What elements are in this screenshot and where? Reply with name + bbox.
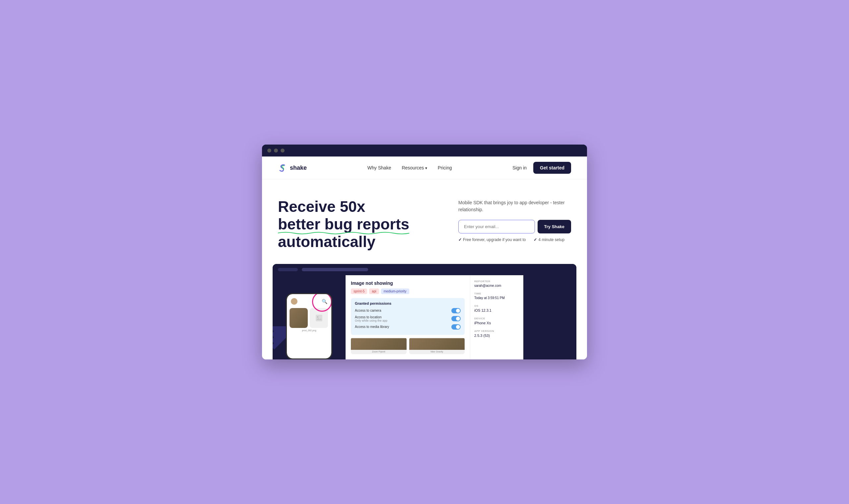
demo-tags: sprint-5 api medium-priority <box>351 288 465 294</box>
hero-email-input[interactable] <box>458 220 535 233</box>
demo-sidebar-device-value: iPhone Xs <box>474 321 519 325</box>
demo-perm-camera-label: Access to camera <box>355 309 381 312</box>
hero-check-free: Free forever, upgrade if you want to <box>458 237 526 242</box>
hero-title-line2: better bug reports <box>278 216 409 233</box>
demo-phone-item-1 <box>290 308 308 328</box>
hero-left: Receive 50x better bug reports automatic… <box>278 198 442 251</box>
demo-window-content: 🔍 prod_082.png <box>273 275 576 359</box>
demo-thumb-img-1 <box>351 338 407 350</box>
hero-subtitle: Mobile SDK that brings joy to app develo… <box>458 199 571 213</box>
hero-title-line1: Receive 50x <box>278 198 365 215</box>
demo-window-bar <box>273 264 576 275</box>
demo-sidebar: REPORTER sarah@acme.com TIME Today at 3:… <box>470 275 523 359</box>
hero-section: Receive 50x better bug reports automatic… <box>262 179 587 264</box>
demo-tag-api: api <box>369 288 379 294</box>
nav-logo[interactable]: shake <box>278 163 307 173</box>
demo-perm-location-label: Access to location Only while using the … <box>355 315 387 322</box>
image-placeholder-icon <box>316 315 322 321</box>
nav-link-resources[interactable]: Resources <box>402 165 427 170</box>
nav-actions: Sign in Get started <box>512 162 571 174</box>
demo-toggle-location[interactable] <box>451 316 460 321</box>
demo-window: 🔍 prod_082.png <box>273 264 576 359</box>
demo-tag-priority: medium-priority <box>381 288 409 294</box>
demo-phone-area: 🔍 prod_082.png <box>273 275 346 359</box>
demo-sidebar-os: OS iOS 12.3.1 <box>474 304 519 312</box>
demo-thumbs: Zoom Flyknit Nike Gravity <box>351 338 465 354</box>
demo-bar-pill-center <box>302 268 368 271</box>
demo-sidebar-time-value: Today at 3:59:51 PM <box>474 296 519 300</box>
hero-check-setup: 4 minute setup <box>534 237 564 242</box>
demo-toggle-camera[interactable] <box>451 308 460 313</box>
hero-email-form: Try Shake <box>458 220 571 233</box>
demo-perm-row-location: Access to location Only while using the … <box>355 315 460 322</box>
browser-content: shake Why Shake Resources Pricing Sign i… <box>262 157 587 359</box>
demo-toggle-media[interactable] <box>451 324 460 329</box>
hero-submit-button[interactable]: Try Shake <box>538 220 571 233</box>
hero-checks: Free forever, upgrade if you want to 4 m… <box>458 237 571 242</box>
demo-thumb-img-2 <box>409 338 465 350</box>
browser-window: shake Why Shake Resources Pricing Sign i… <box>262 145 587 359</box>
demo-area: 🔍 prod_082.png <box>262 264 587 359</box>
demo-phone: 🔍 prod_082.png <box>286 293 332 359</box>
demo-phone-screen: 🔍 prod_082.png <box>287 294 331 358</box>
demo-sidebar-version-value: 2.5.3 (53) <box>474 334 519 338</box>
demo-thumb-2: Nike Gravity <box>409 338 465 354</box>
browser-dot-green <box>281 148 285 152</box>
nav-links: Why Shake Resources Pricing <box>367 165 452 170</box>
demo-issue-title: Image not showing <box>351 281 465 286</box>
demo-perm-row-camera: Access to camera <box>355 308 460 313</box>
demo-tag-sprint: sprint-5 <box>351 288 367 294</box>
demo-phone-circle-highlight <box>312 294 331 312</box>
nav-link-why-shake[interactable]: Why Shake <box>367 165 391 170</box>
demo-thumb-label-1: Zoom Flyknit <box>372 350 385 353</box>
shake-logo-icon <box>278 163 287 173</box>
demo-thumb-1: Zoom Flyknit <box>351 338 407 354</box>
demo-main-panel: Image not showing sprint-5 api medium-pr… <box>346 275 470 359</box>
browser-dot-red <box>267 148 271 152</box>
demo-sidebar-reporter-value: sarah@acme.com <box>474 284 519 287</box>
demo-bar-pill-left <box>278 268 298 271</box>
nav-link-pricing[interactable]: Pricing <box>438 165 452 170</box>
demo-dark-block <box>523 275 576 359</box>
demo-phone-item-img-1 <box>290 308 308 328</box>
demo-thumb-label-2: Nike Gravity <box>431 350 443 353</box>
svg-rect-0 <box>316 315 322 321</box>
demo-sidebar-reporter: REPORTER sarah@acme.com <box>474 280 519 287</box>
demo-sidebar-time-label: TIME <box>474 292 519 295</box>
demo-permissions-title: Granted permissions <box>355 301 460 305</box>
demo-sidebar-os-value: iOS 12.3.1 <box>474 308 519 312</box>
demo-sidebar-version-label: APP VERSION <box>474 329 519 332</box>
demo-sidebar-device: DEVICE iPhone Xs <box>474 317 519 325</box>
demo-sidebar-device-label: DEVICE <box>474 317 519 320</box>
demo-perm-row-media: Access to media library <box>355 324 460 329</box>
demo-perm-media-label: Access to media library <box>355 325 389 329</box>
demo-sidebar-reporter-label: REPORTER <box>474 280 519 283</box>
demo-permissions-box: Granted permissions Access to camera Acc… <box>351 298 465 335</box>
demo-sidebar-version: APP VERSION 2.5.3 (53) <box>474 329 519 338</box>
svg-point-1 <box>317 316 319 318</box>
hero-right: Mobile SDK that brings joy to app develo… <box>458 198 571 242</box>
demo-sidebar-os-label: OS <box>474 304 519 307</box>
nav-signin[interactable]: Sign in <box>512 165 527 170</box>
main-nav: shake Why Shake Resources Pricing Sign i… <box>262 157 587 179</box>
nav-cta-button[interactable]: Get started <box>533 162 571 174</box>
hero-title: Receive 50x better bug reports automatic… <box>278 198 431 251</box>
hero-title-line3: automatically <box>278 233 375 250</box>
demo-phone-avatar <box>291 298 297 305</box>
demo-sidebar-time: TIME Today at 3:59:51 PM <box>474 292 519 300</box>
demo-phone-filename: prod_082.png <box>290 329 329 331</box>
browser-dot-yellow <box>274 148 278 152</box>
nav-logo-text: shake <box>290 164 307 172</box>
browser-titlebar <box>262 145 587 157</box>
